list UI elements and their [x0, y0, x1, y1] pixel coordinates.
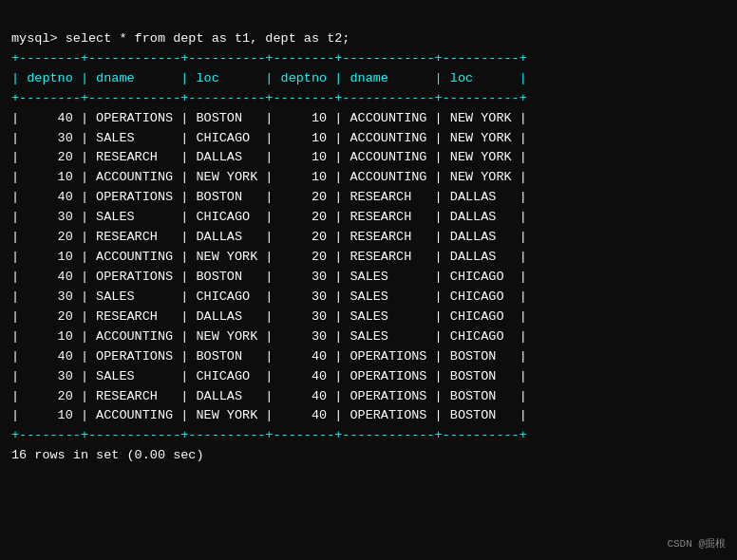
table-row: | 20 | RESEARCH | DALLAS | 10 | ACCOUNTI…	[11, 150, 527, 164]
table-row: | 20 | RESEARCH | DALLAS | 30 | SALES | …	[11, 309, 527, 324]
table-row: | 10 | ACCOUNTING | NEW YORK | 40 | OPER…	[11, 408, 527, 422]
separator-mid: +--------+------------+----------+------…	[11, 91, 527, 105]
table-row: | 20 | RESEARCH | DALLAS | 20 | RESEARCH…	[11, 230, 527, 244]
separator-top: +--------+------------+----------+------…	[11, 51, 527, 65]
table-row: | 40 | OPERATIONS | BOSTON | 10 | ACCOUN…	[11, 111, 527, 125]
separator-bot: +--------+------------+----------+------…	[11, 428, 527, 442]
table-row: | 30 | SALES | CHICAGO | 20 | RESEARCH |…	[11, 210, 527, 224]
table-row: | 40 | OPERATIONS | BOSTON | 30 | SALES …	[11, 270, 527, 284]
table-row: | 30 | SALES | CHICAGO | 30 | SALES | CH…	[11, 289, 527, 304]
command-line: mysql> select * from dept as t1, dept as…	[11, 31, 350, 46]
terminal-window: mysql> select * from dept as t1, dept as…	[0, 0, 737, 560]
table-row: | 30 | SALES | CHICAGO | 10 | ACCOUNTING…	[11, 131, 527, 145]
table-row: | 40 | OPERATIONS | BOSTON | 20 | RESEAR…	[11, 190, 527, 204]
table-row: | 10 | ACCOUNTING | NEW YORK | 30 | SALE…	[11, 329, 527, 344]
table-row: | 30 | SALES | CHICAGO | 40 | OPERATIONS…	[11, 369, 527, 383]
table-row: | 40 | OPERATIONS | BOSTON | 40 | OPERAT…	[11, 349, 527, 364]
table-header: | deptno | dname | loc | deptno | dname …	[11, 71, 527, 85]
table-row: | 10 | ACCOUNTING | NEW YORK | 10 | ACCO…	[11, 170, 527, 184]
result-footer: 16 rows in set (0.00 sec)	[11, 448, 204, 462]
watermark: CSDN @掘根	[667, 536, 726, 551]
table-row: | 20 | RESEARCH | DALLAS | 40 | OPERATIO…	[11, 389, 527, 403]
table-row: | 10 | ACCOUNTING | NEW YORK | 20 | RESE…	[11, 250, 527, 264]
